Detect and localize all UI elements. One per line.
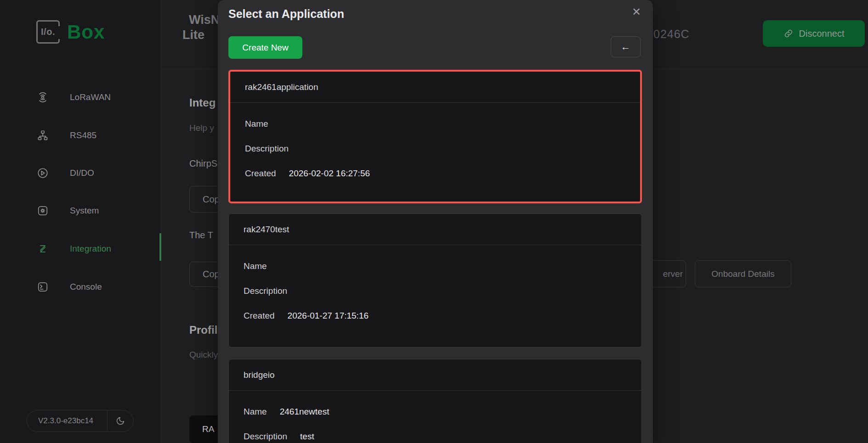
card-row-name: Name bbox=[245, 119, 625, 129]
rak-item-label: RA bbox=[202, 424, 214, 434]
disconnect-label: Disconnect bbox=[799, 28, 845, 39]
version-label: V2.3.0-e23bc14 bbox=[38, 416, 106, 426]
row-value: 2026-02-02 16:27:56 bbox=[289, 168, 370, 179]
sidebar-item-rs485[interactable]: RS485 bbox=[0, 122, 161, 149]
copy-button-1-label: Cop bbox=[203, 194, 220, 205]
card-title-row: bridgeio bbox=[229, 359, 641, 391]
card-row-description: Description test bbox=[244, 432, 627, 441]
copy-button-2-label: Cop bbox=[203, 269, 220, 280]
card-row-description: Description bbox=[244, 286, 627, 296]
the-text: The T bbox=[189, 230, 213, 241]
logo-box-text: Box bbox=[67, 21, 105, 43]
device-id-text: 0246C bbox=[653, 28, 690, 41]
integration-section-description: Help y bbox=[189, 123, 214, 133]
sidebar-item-label: DI/DO bbox=[70, 168, 94, 178]
disconnect-button[interactable]: Disconnect bbox=[763, 20, 865, 47]
card-title: rak2470test bbox=[244, 224, 289, 235]
card-body: Name Description Created 2026-02-02 16:2… bbox=[230, 103, 640, 178]
card-row-name: Name bbox=[244, 262, 627, 271]
app-logo: I/o. Box bbox=[36, 20, 105, 44]
sidebar-item-label: RS485 bbox=[70, 130, 96, 140]
profiles-heading: Profil bbox=[189, 324, 217, 336]
integration-icon bbox=[37, 243, 49, 255]
row-label: Created bbox=[244, 311, 275, 321]
row-label: Created bbox=[245, 168, 276, 179]
card-title: rak2461application bbox=[245, 82, 318, 92]
card-title: bridgeio bbox=[244, 370, 275, 380]
close-icon[interactable]: ✕ bbox=[632, 6, 641, 18]
sidebar-item-lorawan[interactable]: LoRaWAN bbox=[0, 84, 161, 111]
sidebar-item-label: Integration bbox=[70, 244, 111, 254]
moon-icon[interactable] bbox=[108, 416, 133, 426]
network-topology-icon bbox=[37, 129, 49, 141]
row-label: Description bbox=[244, 432, 287, 442]
select-application-modal: Select an Application ✕ Create New ← rak… bbox=[218, 0, 653, 443]
application-card-bridgeio[interactable]: bridgeio Name 2461newtest Description te… bbox=[228, 359, 642, 443]
link-icon bbox=[783, 28, 794, 39]
back-button[interactable]: ← bbox=[611, 36, 641, 57]
card-title-row: rak2470test bbox=[229, 214, 641, 245]
integration-section-heading: Integ bbox=[189, 96, 216, 109]
logo-io-icon: I/o. bbox=[36, 20, 60, 44]
onboard-details-label: Onboard Details bbox=[711, 269, 774, 279]
sidebar-item-label: Console bbox=[70, 282, 102, 292]
back-arrow-icon: ← bbox=[621, 41, 630, 52]
create-new-button[interactable]: Create New bbox=[228, 36, 302, 59]
row-label: Name bbox=[245, 119, 268, 129]
row-value: 2461newtest bbox=[280, 407, 329, 417]
lorawan-signal-icon bbox=[37, 91, 49, 103]
sidebar-item-integration[interactable]: Integration bbox=[0, 236, 161, 262]
version-pill: V2.3.0-e23bc14 bbox=[27, 410, 134, 432]
terminal-icon bbox=[37, 281, 49, 293]
row-label: Name bbox=[244, 261, 267, 271]
logo-io-text: I/o. bbox=[41, 27, 55, 37]
row-label: Description bbox=[244, 286, 287, 296]
application-card-rak2470test[interactable]: rak2470test Name Description Created 202… bbox=[228, 213, 642, 348]
server-button-label: erver bbox=[663, 269, 683, 279]
card-row-created: Created 2026-02-02 16:27:56 bbox=[245, 169, 625, 178]
chirpstack-label: ChirpS bbox=[189, 158, 217, 169]
sidebar-item-system[interactable]: System bbox=[0, 197, 161, 224]
card-row-description: Description bbox=[245, 144, 625, 153]
card-row-name: Name 2461newtest bbox=[244, 407, 627, 416]
active-nav-indicator bbox=[159, 233, 161, 261]
sidebar: I/o. Box LoRaWAN bbox=[0, 0, 161, 443]
row-value: 2026-01-27 17:15:16 bbox=[288, 311, 369, 321]
card-row-created: Created 2026-01-27 17:15:16 bbox=[244, 311, 627, 320]
modal-title: Select an Application bbox=[228, 7, 344, 21]
sidebar-item-label: System bbox=[70, 206, 99, 216]
sidebar-item-dido[interactable]: DI/DO bbox=[0, 160, 161, 186]
row-label: Description bbox=[245, 144, 289, 154]
card-body: Name Description Created 2026-01-27 17:1… bbox=[229, 245, 641, 320]
row-value: test bbox=[300, 432, 314, 442]
card-title-row: rak2461application bbox=[230, 72, 640, 103]
sidebar-item-console[interactable]: Console bbox=[0, 274, 161, 300]
onboard-details-button[interactable]: Onboard Details bbox=[695, 260, 791, 287]
row-label: Name bbox=[244, 407, 267, 417]
sidebar-item-label: LoRaWAN bbox=[70, 92, 111, 102]
create-new-label: Create New bbox=[242, 43, 288, 52]
play-circle-icon bbox=[37, 167, 49, 179]
application-card-rak2461application[interactable]: rak2461application Name Description Crea… bbox=[228, 70, 642, 203]
gear-icon bbox=[37, 205, 49, 217]
profiles-description: Quickly bbox=[189, 350, 218, 360]
app-screen: I/o. Box LoRaWAN bbox=[0, 0, 868, 443]
card-body: Name 2461newtest Description test bbox=[229, 391, 641, 441]
page-title-line1: WisN bbox=[189, 13, 220, 27]
page-title-line2: Lite bbox=[182, 28, 204, 42]
